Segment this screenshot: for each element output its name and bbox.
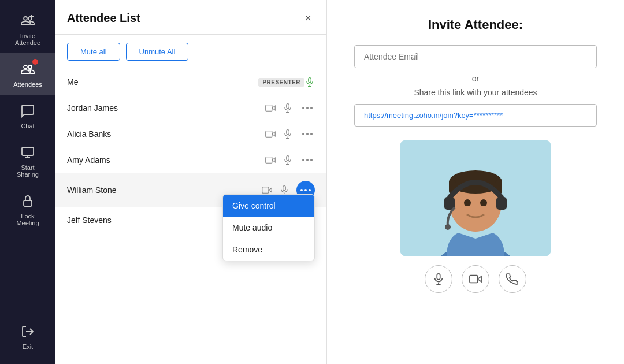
attendee-me-icons (304, 77, 315, 87)
person-add-icon (18, 12, 37, 30)
svg-rect-5 (266, 131, 272, 138)
svg-point-23 (464, 199, 471, 206)
share-link-text: Share this link with your attendees (414, 88, 537, 97)
svg-rect-1 (24, 200, 32, 206)
attendee-jordan-icons (265, 103, 315, 113)
chat-icon (18, 102, 37, 120)
attendee-name-amy: Amy Adams (67, 155, 265, 165)
monitor-icon (18, 143, 37, 162)
sidebar-item-attendees[interactable]: Attendees (0, 53, 55, 95)
camera-control-button[interactable] (462, 265, 489, 293)
attendee-email-input[interactable] (354, 45, 597, 68)
close-attendee-panel-button[interactable]: × (301, 10, 315, 26)
camera-icon-alicia[interactable] (265, 129, 276, 139)
more-options-alicia[interactable] (300, 131, 315, 138)
attendee-panel-header: Attendee List × (55, 0, 326, 35)
table-row: Jordan James (55, 95, 326, 121)
main-content: Attendee List × Mute all Unmute All Me P… (55, 0, 624, 364)
svg-rect-9 (262, 187, 269, 194)
attendee-list-panel: Attendee List × Mute all Unmute All Me P… (55, 0, 327, 364)
mute-controls-row: Mute all Unmute All (55, 35, 326, 69)
mic-icon-alicia[interactable] (283, 129, 293, 139)
sidebar: Invite Attendee Attendees Chat Start Sha… (0, 0, 55, 364)
sidebar-item-exit[interactable]: Exit (0, 315, 55, 357)
attendee-alicia-icons (265, 129, 315, 139)
svg-rect-8 (287, 156, 289, 161)
mic-icon-amy[interactable] (283, 155, 293, 165)
svg-rect-3 (266, 105, 272, 112)
unmute-all-button[interactable]: Unmute All (126, 43, 189, 61)
attendee-name-alicia: Alicia Banks (67, 129, 265, 139)
attendee-name-jordan: Jordan James (67, 103, 265, 113)
svg-rect-7 (266, 157, 272, 164)
context-menu-mute-audio[interactable]: Mute audio (223, 217, 314, 239)
attendee-name-me: Me (67, 77, 254, 87)
video-person-svg (400, 140, 551, 256)
sidebar-item-sharing-label: Start Sharing (17, 164, 39, 178)
people-icon (18, 60, 37, 79)
video-controls (425, 265, 526, 293)
svg-rect-25 (437, 274, 440, 280)
invite-title: Invite Attendee: (428, 17, 523, 32)
svg-rect-6 (287, 130, 289, 135)
sidebar-item-attendees-label: Attendees (13, 81, 42, 88)
sidebar-item-lock-label: Lock Meeting (16, 213, 39, 226)
sidebar-item-chat-label: Chat (21, 122, 34, 129)
table-row: William Stone Give control Mute audio (55, 173, 326, 207)
context-menu-remove[interactable]: Remove (223, 239, 314, 261)
svg-rect-2 (309, 78, 311, 83)
context-menu-give-control[interactable]: Give control (223, 195, 314, 217)
mute-all-button[interactable]: Mute all (67, 43, 120, 61)
svg-rect-4 (287, 104, 289, 109)
attendee-list-title: Attendee List (67, 12, 140, 25)
lock-icon (18, 192, 37, 210)
table-row: Alicia Banks (55, 121, 326, 147)
sidebar-item-invite-attendee[interactable]: Invite Attendee (0, 5, 55, 53)
attendee-amy-icons (265, 155, 315, 165)
mic-icon-me (304, 77, 315, 87)
sidebar-item-exit-label: Exit (23, 343, 33, 350)
invite-panel: Invite Attendee: or Share this link with… (327, 0, 624, 364)
phone-control-button[interactable] (499, 265, 526, 293)
svg-rect-10 (283, 186, 286, 191)
svg-rect-26 (470, 276, 478, 283)
presenter-badge: PRESENTER (258, 78, 304, 87)
more-options-amy[interactable] (300, 157, 315, 164)
video-preview (400, 140, 551, 256)
sidebar-item-start-sharing[interactable]: Start Sharing (0, 136, 55, 185)
svg-point-22 (445, 224, 451, 230)
more-options-jordan[interactable] (300, 105, 315, 112)
svg-point-24 (480, 199, 487, 206)
or-text: or (472, 74, 479, 83)
table-row: Amy Adams (55, 147, 326, 173)
attendee-name-william: William Stone (67, 185, 262, 195)
svg-rect-21 (496, 197, 507, 210)
attendee-list: Me PRESENTER Jordan James (55, 69, 326, 364)
sidebar-item-invite-label: Invite Attendee (15, 32, 40, 46)
sidebar-item-chat[interactable]: Chat (0, 95, 55, 136)
camera-icon-jordan[interactable] (265, 103, 276, 113)
mic-icon-jordan[interactable] (283, 103, 293, 113)
camera-icon-amy[interactable] (265, 155, 276, 165)
svg-rect-0 (22, 147, 34, 155)
sidebar-item-lock-meeting[interactable]: Lock Meeting (0, 185, 55, 233)
invite-link[interactable]: https://meeting.zoho.in/join?key=*******… (354, 104, 597, 127)
mic-control-button[interactable] (425, 265, 452, 293)
context-menu: Give control Mute audio Remove (222, 194, 315, 261)
exit-icon (18, 322, 37, 341)
table-row: Me PRESENTER (55, 69, 326, 95)
